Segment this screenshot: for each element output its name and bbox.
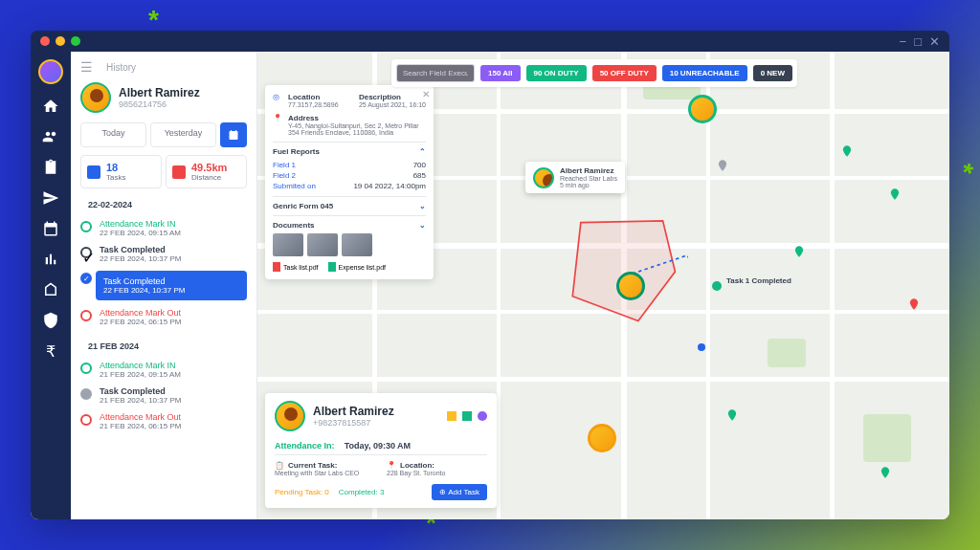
- nav-calendar-icon[interactable]: [42, 220, 59, 237]
- map-pin-icon[interactable]: [725, 407, 739, 424]
- nav-hierarchy-icon[interactable]: [42, 281, 59, 298]
- attendance-label: Attendance In:: [275, 441, 335, 451]
- map-pin-hospital-icon[interactable]: [907, 296, 921, 313]
- doc-thumbnail[interactable]: [273, 233, 303, 256]
- timeline-date-1: 22-02-2024: [88, 200, 247, 209]
- timeline-item[interactable]: Task Completed21 FEB 2024, 10:37 PM: [80, 383, 247, 408]
- popup-avatar: [533, 167, 554, 188]
- stat-tasks-label: Tasks: [106, 173, 125, 182]
- add-task-button[interactable]: ⊕ Add Task: [432, 484, 487, 500]
- restore-icon[interactable]: □: [914, 34, 922, 49]
- window-close-icon[interactable]: [40, 36, 50, 46]
- filter-bar: 150 All 90 ON DUTY 50 OFF DUTY 10 UNREAC…: [391, 59, 797, 87]
- timeline-dot-icon: [80, 388, 92, 400]
- map-pin-icon[interactable]: [888, 186, 902, 203]
- nav-home-icon[interactable]: [42, 98, 59, 115]
- hamburger-icon[interactable]: ☰: [80, 59, 93, 75]
- stat-distance-label: Distance: [191, 173, 227, 182]
- chevron-up-icon[interactable]: ⌃: [419, 147, 426, 156]
- pending-tasks: Pending Task: 0: [275, 488, 329, 496]
- task-marker[interactable]: [712, 281, 722, 291]
- map-pin-icon[interactable]: [879, 464, 892, 481]
- battery-icon: [447, 411, 457, 421]
- timeline-item[interactable]: Attendance Mark Out22 FEB 2024, 06:15 PM: [80, 304, 247, 330]
- window-controls-right: − □ ✕: [900, 34, 940, 49]
- attendance-value: Today, 09:30 AM: [345, 441, 411, 451]
- map-avatar[interactable]: [588, 424, 616, 452]
- pin-icon: 📍: [273, 114, 282, 123]
- map-pin-icon[interactable]: [840, 143, 854, 160]
- timeline-check-icon: ✓: [80, 247, 92, 258]
- nav-shield-icon[interactable]: [42, 312, 59, 329]
- timeline-item[interactable]: Attendance Mark Out21 FEB 2024, 06:15 PM: [80, 408, 247, 434]
- executive-avatar[interactable]: [275, 401, 305, 431]
- timeline-dot-icon: [80, 310, 92, 321]
- distance-icon: [172, 165, 186, 179]
- timeline-check-filled-icon: ✓: [80, 273, 92, 284]
- executive-name: Albert Ramirez: [313, 405, 394, 418]
- nav-chart-icon[interactable]: [42, 251, 59, 268]
- gps-icon: [478, 411, 487, 421]
- window-minimize-icon[interactable]: [56, 36, 65, 46]
- timeline-date-2: 21 FEB 2024: [88, 341, 247, 351]
- route-point: [698, 343, 705, 351]
- nav-location-icon[interactable]: [42, 189, 59, 207]
- timeline-item[interactable]: Attendance Mark IN21 FEB 2024, 09:15 AM: [80, 357, 247, 383]
- stat-distance-value: 49.5km: [191, 162, 227, 173]
- doc-thumbnail[interactable]: [342, 233, 372, 256]
- chevron-down-icon[interactable]: ⌄: [419, 221, 426, 230]
- pill-off-duty[interactable]: 50 OFF DUTY: [592, 65, 657, 81]
- task-icon: 📋: [275, 461, 284, 470]
- map-popup[interactable]: Albert Ramirez Reached Star Labs 5 min a…: [525, 162, 625, 193]
- task-label: Task 1 Completed: [726, 276, 791, 285]
- timeline-item[interactable]: Attendance Mark IN22 FEB 2024, 09:15 AM: [80, 215, 247, 241]
- tab-today[interactable]: Today: [80, 122, 146, 147]
- timeline-dot-icon: [80, 221, 92, 232]
- target-icon: ◎: [273, 93, 282, 102]
- executive-card: Albert Ramirez +98237815587 Attendance I…: [265, 393, 497, 508]
- map-pin-icon[interactable]: [716, 157, 729, 174]
- completed-tasks: Completed: 3: [339, 488, 385, 496]
- user-name: Albert Ramirez: [119, 86, 200, 99]
- location-info-card: ✕ ◎ Location77.3157,28.5896 Description2…: [265, 85, 434, 279]
- map-view[interactable]: 150 All 90 ON DUTY 50 OFF DUTY 10 UNREAC…: [257, 52, 949, 519]
- pill-new[interactable]: 0 NEW: [753, 65, 792, 81]
- minimize-icon[interactable]: −: [900, 34, 907, 49]
- executive-phone: +98237815587: [313, 418, 394, 428]
- search-input[interactable]: [396, 64, 475, 82]
- nav-people-icon[interactable]: [42, 128, 59, 145]
- timeline-dot-icon: [80, 363, 92, 374]
- timeline-item-active[interactable]: ✓ Task Completed22 FEB 2024, 10:37 PM: [80, 267, 247, 304]
- close-icon[interactable]: ✕: [929, 34, 940, 49]
- pill-on-duty[interactable]: 90 ON DUTY: [526, 65, 587, 81]
- location-icon: 📍: [387, 461, 396, 470]
- pdf-link[interactable]: Task list.pdf: [273, 262, 319, 272]
- map-avatar-current[interactable]: [616, 272, 645, 300]
- stat-distance: 49.5km Distance: [166, 155, 247, 188]
- pdf-link[interactable]: Expense list.pdf: [328, 262, 386, 272]
- pdf-icon: [328, 262, 336, 272]
- signal-icon: [462, 411, 472, 421]
- titlebar: − □ ✕: [31, 31, 949, 52]
- app-logo-icon[interactable]: [38, 59, 63, 84]
- stat-tasks: 18 Tasks: [80, 155, 162, 188]
- user-phone: 9856214756: [119, 99, 200, 109]
- doc-thumbnail[interactable]: [307, 233, 338, 256]
- card-close-icon[interactable]: ✕: [422, 89, 430, 99]
- map-pin-icon[interactable]: [792, 243, 806, 260]
- tasks-icon: [87, 165, 100, 179]
- tab-yesterday[interactable]: Yesterday: [150, 122, 216, 147]
- calendar-button[interactable]: [220, 122, 247, 147]
- user-avatar[interactable]: [80, 82, 111, 113]
- pill-unreachable[interactable]: 10 UNREACHABLE: [662, 65, 747, 81]
- chevron-down-icon[interactable]: ⌄: [419, 202, 426, 210]
- window-maximize-icon[interactable]: [71, 36, 80, 46]
- nav-rupee-icon[interactable]: ₹: [42, 342, 59, 360]
- map-avatar[interactable]: [688, 95, 717, 123]
- stat-tasks-value: 18: [106, 162, 125, 173]
- nav-clipboard-icon[interactable]: [42, 159, 59, 176]
- breadcrumb: History: [106, 62, 136, 73]
- side-nav: ₹: [31, 52, 71, 519]
- timeline-item[interactable]: ✓ Task Completed22 FEB 2024, 10:37 PM: [80, 241, 247, 267]
- pill-all[interactable]: 150 All: [480, 65, 521, 81]
